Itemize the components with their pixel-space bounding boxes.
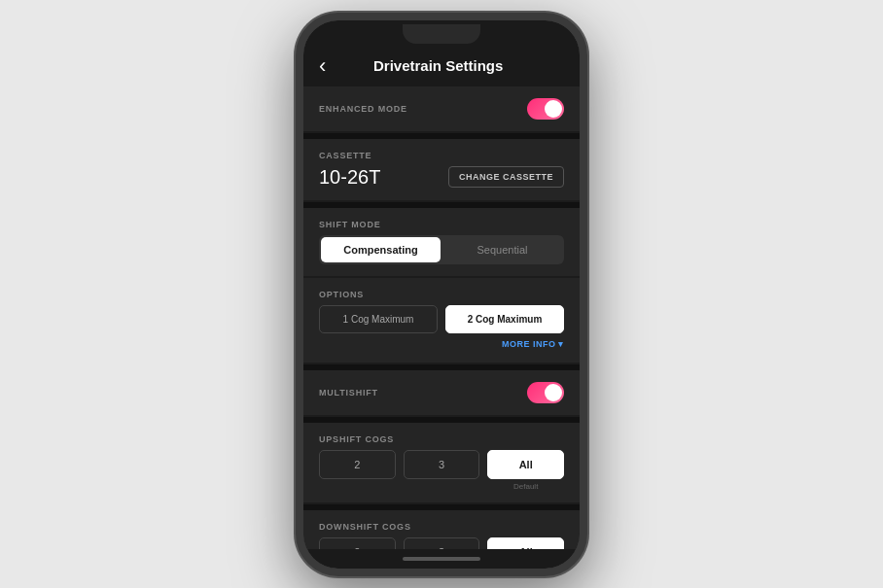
notch xyxy=(403,24,480,44)
home-bar xyxy=(303,549,580,569)
downshift-2-button[interactable]: 2 xyxy=(319,537,396,549)
downshift-label: Downshift Cogs xyxy=(319,522,564,532)
downshift-cog-row: 2 3 All Default xyxy=(319,537,564,549)
upshift-label: Upshift Cogs xyxy=(319,434,564,444)
back-button[interactable]: ‹ xyxy=(319,55,326,77)
home-indicator xyxy=(403,557,480,561)
upshift-section: Upshift Cogs 2 3 All Default xyxy=(303,423,580,502)
upshift-all-wrapper: All Default xyxy=(487,450,564,491)
upshift-cog-row: 2 3 All Default xyxy=(319,450,564,491)
shift-mode-label: Shift Mode xyxy=(319,220,564,229)
upshift-3-button[interactable]: 3 xyxy=(404,450,480,479)
downshift-all-wrapper: All Default xyxy=(487,537,564,549)
multishift-toggle[interactable] xyxy=(527,382,564,403)
change-cassette-button[interactable]: Change Cassette xyxy=(448,166,564,188)
shift-mode-segmented: Compensating Sequential xyxy=(319,235,564,264)
notch-bar xyxy=(303,20,580,52)
multishift-section: Multishift xyxy=(303,370,580,415)
upshift-2-button[interactable]: 2 xyxy=(319,450,396,479)
upshift-all-button[interactable]: All xyxy=(487,450,564,479)
options-row: 1 Cog Maximum 2 Cog Maximum xyxy=(319,305,564,333)
more-info-link[interactable]: MORE INFO xyxy=(502,339,564,349)
multishift-label: Multishift xyxy=(319,388,378,398)
downshift-section: Downshift Cogs 2 3 All Default xyxy=(303,510,580,549)
option-1cog-button[interactable]: 1 Cog Maximum xyxy=(319,305,438,333)
multishift-row: Multishift xyxy=(319,382,564,403)
shift-mode-compensating[interactable]: Compensating xyxy=(321,237,441,262)
cassette-value: 10-26T xyxy=(319,166,380,189)
phone-frame: ‹ Drivetrain Settings Enhanced Mode Cass… xyxy=(296,13,587,576)
more-info-row: MORE INFO xyxy=(319,333,564,351)
cassette-label: Cassette xyxy=(319,151,564,160)
page-title: Drivetrain Settings xyxy=(334,57,543,74)
upshift-2-wrapper: 2 xyxy=(319,450,396,479)
screen: ‹ Drivetrain Settings Enhanced Mode Cass… xyxy=(303,20,580,569)
shift-mode-section: Shift Mode Compensating Sequential xyxy=(303,208,580,276)
enhanced-mode-knob xyxy=(545,100,562,118)
downshift-3-wrapper: 3 xyxy=(404,537,480,549)
upshift-3-wrapper: 3 xyxy=(404,450,480,479)
downshift-2-wrapper: 2 xyxy=(319,537,396,549)
shift-mode-sequential[interactable]: Sequential xyxy=(442,237,562,262)
cassette-row: 10-26T Change Cassette xyxy=(319,166,564,189)
enhanced-mode-row: Enhanced Mode xyxy=(319,98,564,120)
cassette-section: Cassette 10-26T Change Cassette xyxy=(303,139,580,200)
options-section: Options 1 Cog Maximum 2 Cog Maximum MORE… xyxy=(303,278,580,363)
upshift-default-label: Default xyxy=(513,482,538,491)
header: ‹ Drivetrain Settings xyxy=(303,52,580,86)
content-scroll[interactable]: Enhanced Mode Cassette 10-26T Change Cas… xyxy=(303,86,580,549)
multishift-knob xyxy=(545,384,562,401)
downshift-all-button[interactable]: All xyxy=(487,537,564,549)
downshift-3-button[interactable]: 3 xyxy=(404,537,480,549)
enhanced-mode-section: Enhanced Mode xyxy=(303,86,580,131)
options-label: Options xyxy=(319,290,564,299)
option-2cog-button[interactable]: 2 Cog Maximum xyxy=(445,305,564,333)
enhanced-mode-toggle[interactable] xyxy=(527,98,564,120)
enhanced-mode-label: Enhanced Mode xyxy=(319,104,407,114)
